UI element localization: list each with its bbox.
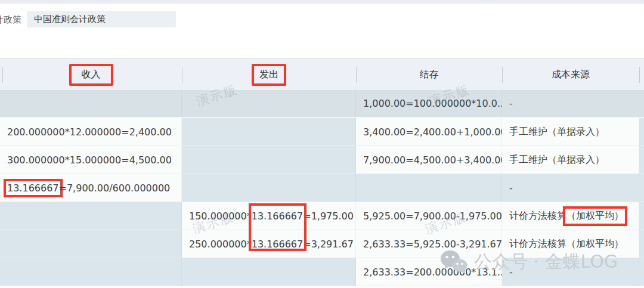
cell-stub <box>639 118 644 145</box>
cell-issue <box>182 174 356 202</box>
cell-balance <box>356 174 502 202</box>
brand-watermark: 公众号 · 金蝶LOG <box>439 249 618 275</box>
cell-issue <box>182 258 356 286</box>
header-divider <box>182 67 182 83</box>
cell-cost-source: 手工维护（单据录入） <box>502 146 639 174</box>
column-header-cost-source[interactable]: 成本来源 <box>502 59 639 90</box>
annotation-highlight-weighted-average: （加权平均） <box>566 210 624 222</box>
cell-income <box>0 258 182 286</box>
cell-cost-source: - <box>502 174 639 202</box>
column-header-balance[interactable]: 结存 <box>356 59 502 90</box>
annotation-box-income-header: 收入 <box>69 64 113 86</box>
table-row[interactable]: 150.000000*13.166667=1,975.00 5,925.00=7… <box>0 202 644 230</box>
table-header: 收入 发出 结存 成本来源 <box>0 58 644 90</box>
cell-income: 200.000000*12.000000=2,400.00 <box>0 118 182 145</box>
table-row[interactable]: 13.166667=7,900.00/600.000000 - <box>0 174 644 202</box>
cell-balance: 5,925.00=7,900.00-1,975.00 <box>356 202 502 230</box>
cell-balance: 3,400.00=2,400.00+1,000.00 <box>356 118 502 145</box>
header-divider <box>356 67 357 83</box>
cell-balance: 1,000.00=100.000000*10.0... <box>356 90 502 117</box>
cell-cost-source: 手工维护（单据录入） <box>502 118 639 145</box>
column-header-income[interactable]: 收入 <box>0 59 182 90</box>
cell-stub <box>639 174 644 202</box>
cell-balance: 7,900.00=4,500.00+3,400.00 <box>356 146 502 174</box>
cell-text: 计价方法核算 <box>509 210 566 222</box>
header-divider <box>502 67 503 83</box>
cell-stub <box>639 146 644 174</box>
table-row[interactable]: 300.000000*15.000000=4,500.00 7,900.00=4… <box>0 146 644 174</box>
column-header-stub <box>639 59 644 90</box>
annotation-box-issue-header: 发出 <box>252 64 286 86</box>
cell-income <box>0 202 182 230</box>
annotation-box-issue-unit-cost <box>249 203 306 251</box>
cell-cost-source: 计价方法核算（加权平均） <box>502 202 639 230</box>
cell-cost-source: - <box>502 90 639 117</box>
cell-stub <box>639 90 644 117</box>
cell-issue <box>182 118 356 145</box>
table-row[interactable]: 1,000.00=100.000000*10.0... - <box>0 90 644 118</box>
top-strip <box>0 0 644 4</box>
column-header-issue[interactable]: 发出 <box>182 59 356 90</box>
cell-issue <box>182 90 356 117</box>
cell-income: 13.166667=7,900.00/600.000000 <box>0 174 182 202</box>
header-divider <box>2 67 3 83</box>
cell-income: 300.000000*15.000000=4,500.00 <box>0 146 182 174</box>
accounting-policy-field[interactable]: 中国准则会计政策 <box>27 11 176 27</box>
annotation-highlight-unit-cost: 13.166667 <box>7 182 59 194</box>
column-header-label: 结存 <box>420 69 439 81</box>
cell-issue <box>182 146 356 174</box>
cell-text: =7,900.00/600.000000 <box>59 182 171 194</box>
cell-income <box>0 230 182 258</box>
cell-stub <box>639 230 644 258</box>
brand-watermark-text: 公众号 · 金蝶LOG <box>474 250 618 274</box>
cell-income <box>0 90 182 117</box>
accounting-policy-label: 计政策 <box>0 14 21 26</box>
column-header-label: 成本来源 <box>552 69 590 81</box>
cell-stub <box>639 202 644 230</box>
cell-stub <box>639 258 644 286</box>
table-row[interactable]: 200.000000*12.000000=2,400.00 3,400.00=2… <box>0 118 644 146</box>
wechat-icon <box>439 249 468 275</box>
header-divider <box>639 67 640 83</box>
